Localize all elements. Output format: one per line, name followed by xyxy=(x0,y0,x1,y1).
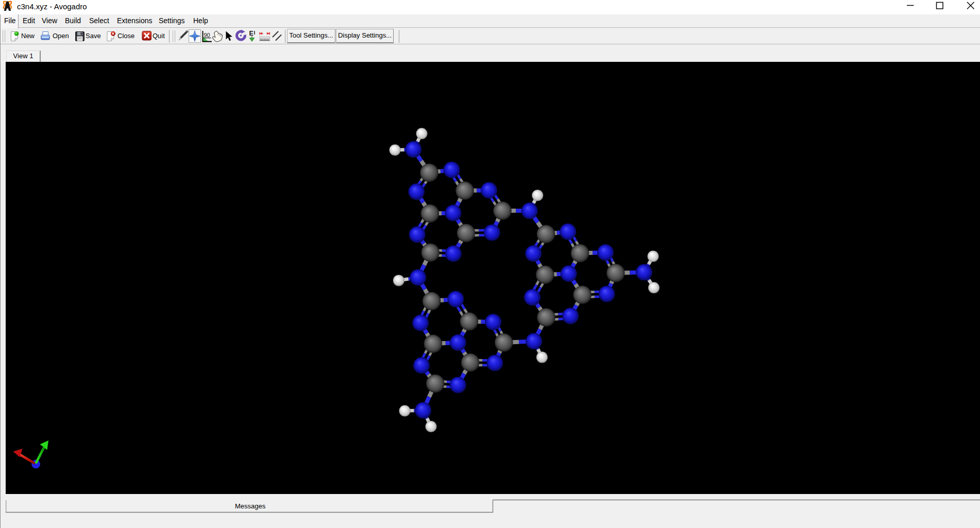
svg-text:90: 90 xyxy=(204,32,210,38)
svg-text:E: E xyxy=(249,30,254,37)
